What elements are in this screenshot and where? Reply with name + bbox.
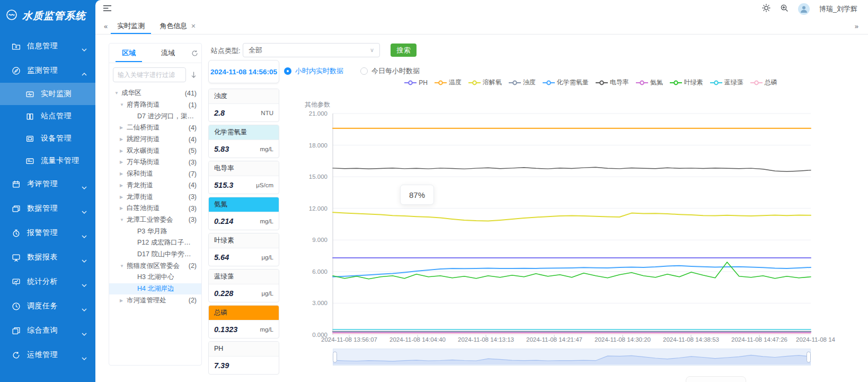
param-card-电导率[interactable]: 电导率 515.3μS/cm xyxy=(208,161,279,194)
datazoom-slider[interactable] xyxy=(333,349,811,368)
svg-text:15.000: 15.000 xyxy=(309,173,327,180)
series-line-电导率 xyxy=(333,167,811,171)
tree-node[interactable]: P12 成宏路口子桥下右... xyxy=(109,237,201,249)
tree-node[interactable]: ▶跳蹬河街道(4) xyxy=(109,134,201,145)
refresh-icon[interactable] xyxy=(188,50,201,57)
sidebar-item-data-mgmt[interactable]: 数据管理 xyxy=(0,196,95,221)
chevron-down-icon xyxy=(82,256,87,259)
tree-caret-icon[interactable]: ▶ xyxy=(120,160,127,164)
tree-caret-icon[interactable]: ▶ xyxy=(120,137,127,142)
tree-node[interactable]: D17 院山中学旁，龙潭... xyxy=(109,249,201,261)
tree-node[interactable]: ▼熊猫度假区管委会(2) xyxy=(109,260,201,272)
datazoom-handle-left[interactable] xyxy=(333,352,337,362)
tree-node[interactable]: ▶保和街道(7) xyxy=(109,168,201,180)
tree-caret-icon[interactable]: ▼ xyxy=(120,102,127,107)
tree-caret-icon[interactable]: ▶ xyxy=(120,171,127,176)
sidebar-item-dispatch-task[interactable]: 调度任务 xyxy=(0,294,95,318)
tree-node-count: (41) xyxy=(183,90,197,97)
tree-node[interactable]: H3 北湖中心 xyxy=(109,272,201,283)
line-chart[interactable]: 21.00018.00015.00012.0009.0006.0003.0000… xyxy=(286,43,858,342)
sidebar-item-info-mgmt[interactable]: 信息管理 xyxy=(0,34,95,58)
sidebar-item-device-mgmt[interactable]: 设备管理 xyxy=(0,127,95,150)
sidebar-item-ops-mgmt[interactable]: 运维管理 xyxy=(0,343,95,367)
sidebar-item-monitor-mgmt[interactable]: 监测管理 xyxy=(0,58,95,83)
tree-caret-icon[interactable]: ▶ xyxy=(120,183,127,188)
tree-node-label: D7 进沙河口，渠水路 xyxy=(137,112,194,121)
tree-node[interactable]: ▼龙潭工业管委会(3) xyxy=(109,214,201,226)
tree-node-count: (3) xyxy=(187,159,197,166)
sidebar-item-assessment-mgmt[interactable]: 考评管理 xyxy=(0,172,95,196)
tree-node[interactable]: ▶龙潭街道(3) xyxy=(109,191,201,203)
sidebar-submenu: 实时监测站点管理设备管理流量卡管理 xyxy=(0,83,95,172)
tree-caret-icon[interactable]: ▶ xyxy=(120,206,127,211)
tree-node[interactable]: ▼成华区(41) xyxy=(109,88,201,99)
tab-realtime-monitor[interactable]: 实时监测 xyxy=(110,18,152,34)
tree-node-count: (3) xyxy=(187,193,197,201)
param-value: 7.39 xyxy=(214,361,229,370)
param-card-body: 2.8NTU xyxy=(209,104,279,121)
sort-down-icon[interactable] xyxy=(189,72,198,79)
tab-region[interactable]: 区域 xyxy=(109,44,148,62)
tab-label: 角色信息 xyxy=(160,22,187,30)
chevron-down-icon xyxy=(82,231,87,235)
tab-close-icon[interactable]: ✕ xyxy=(191,23,196,29)
param-card-化学需氧量[interactable]: 化学需氧量 5.83mg/L xyxy=(208,125,279,158)
tree-node[interactable]: ▶白莲池街道(3) xyxy=(109,203,201,214)
station-tree-panel: 区域 流域 ▼成华区(41)▼府青路街道(1)D7 进沙河口，渠水路▶二仙桥街道… xyxy=(109,43,202,366)
tree-node[interactable]: ▶双水碾街道(5) xyxy=(109,145,201,157)
tree-node[interactable]: D7 进沙河口，渠水路 xyxy=(109,110,201,122)
tree-caret-icon[interactable]: ▼ xyxy=(114,91,121,96)
logo-icon xyxy=(5,8,18,23)
tree-node[interactable]: ▶万年场街道(3) xyxy=(109,157,201,168)
x-axis-tick: 2024-11-08 14:30:20 xyxy=(595,336,651,343)
param-unit: mg/L xyxy=(260,326,273,333)
param-value: 0.228 xyxy=(214,289,233,298)
tree-caret-icon[interactable]: ▶ xyxy=(120,298,127,303)
tabs-scroll-right-icon[interactable]: » xyxy=(853,22,862,30)
tree-caret-icon[interactable]: ▶ xyxy=(120,149,127,153)
tabs-scroll-left-icon[interactable]: « xyxy=(102,22,110,30)
sidebar-item-alarm-mgmt[interactable]: 报警管理 xyxy=(0,221,95,245)
tree-node[interactable]: P3 华月路 xyxy=(109,225,201,237)
sidebar-item-realtime-monitor[interactable]: 实时监测 xyxy=(0,83,95,105)
param-unit: μg/L xyxy=(261,290,273,297)
tab-basin[interactable]: 流域 xyxy=(148,44,188,62)
tree-node[interactable]: ▶二仙桥街道(4) xyxy=(109,122,201,134)
tree-node[interactable]: ▶青龙街道(4) xyxy=(109,180,201,192)
param-card-叶绿素[interactable]: 叶绿素 5.64μg/L xyxy=(208,233,279,266)
tree-node[interactable]: H4 北湖岸边 xyxy=(109,283,201,295)
tree-caret-icon[interactable]: ▶ xyxy=(120,195,127,199)
chevron-up-icon xyxy=(82,69,87,72)
chevron-down-icon xyxy=(82,183,87,186)
user-avatar[interactable] xyxy=(798,3,810,15)
tree-caret-icon[interactable]: ▼ xyxy=(120,218,127,222)
tree-node[interactable]: ▶市河道管理处(2) xyxy=(109,294,201,306)
param-card-蓝绿藻[interactable]: 蓝绿藻 0.228μg/L xyxy=(208,269,279,302)
tree-caret-icon[interactable]: ▶ xyxy=(120,125,127,130)
sidebar-item-comprehensive-query[interactable]: 综合查询 xyxy=(0,318,95,343)
datazoom-handle-right[interactable] xyxy=(807,352,811,362)
tab-role-info[interactable]: 角色信息✕ xyxy=(152,18,203,34)
theme-sun-icon[interactable] xyxy=(762,4,770,14)
param-card-header: 电导率 xyxy=(209,161,279,176)
tree-filter-input[interactable] xyxy=(113,67,186,82)
zoom-in-icon[interactable] xyxy=(780,4,789,14)
param-card-浊度[interactable]: 浊度 2.8NTU xyxy=(208,89,279,122)
top-bar: 博瑞_刘学辉 xyxy=(95,0,868,18)
username[interactable]: 博瑞_刘学辉 xyxy=(819,4,857,14)
sidebar-item-stats-analysis[interactable]: 统计分析 xyxy=(0,270,95,294)
menu-collapse-icon[interactable] xyxy=(103,4,112,14)
param-card-PH[interactable]: PH 7.39 xyxy=(208,341,279,375)
tree-node-label: 市河道管理处 xyxy=(127,296,166,305)
tree-node[interactable]: ▼府青路街道(1) xyxy=(109,99,201,111)
param-value: 5.64 xyxy=(214,253,229,262)
top-right-actions: 博瑞_刘学辉 xyxy=(762,3,863,15)
sidebar-item-station-mgmt[interactable]: 站点管理 xyxy=(0,105,95,127)
tree-node-label: 龙潭工业管委会 xyxy=(127,215,173,224)
param-card-header: 总磷 xyxy=(209,306,279,320)
param-card-氨氮[interactable]: 氨氮 0.214mg/L xyxy=(208,197,279,230)
sidebar-item-data-report[interactable]: 数据报表 xyxy=(0,245,95,270)
param-card-总磷[interactable]: 总磷 0.1323mg/L xyxy=(208,305,279,338)
sidebar-item-simcard-mgmt[interactable]: 流量卡管理 xyxy=(0,150,95,172)
tree-caret-icon[interactable]: ▼ xyxy=(120,264,127,268)
